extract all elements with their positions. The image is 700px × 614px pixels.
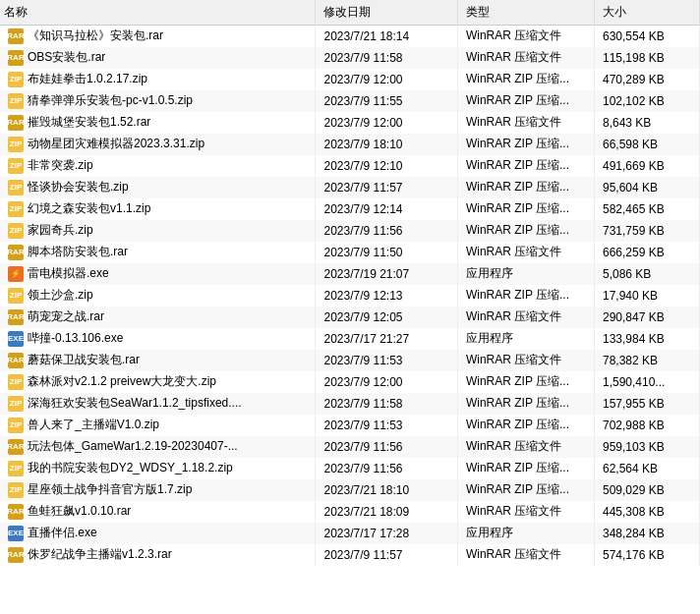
- table-row[interactable]: EXE 哔撞-0.13.106.exe 2023/7/17 21:27应用程序1…: [0, 328, 700, 350]
- file-name: 布娃娃拳击1.0.2.17.zip: [28, 71, 147, 87]
- table-row[interactable]: ZIP 星座领土战争抖音官方版1.7.zip 2023/7/21 18:10Wi…: [0, 479, 700, 501]
- table-row[interactable]: ZIP 我的书院安装包DY2_WDSY_1.18.2.zip 2023/7/9 …: [0, 458, 700, 479]
- file-size-cell: 574,176 KB: [594, 544, 699, 566]
- file-type-cell: WinRAR ZIP 压缩...: [457, 371, 594, 393]
- file-type-icon: RAR: [8, 115, 24, 131]
- file-size-cell: 290,847 KB: [594, 307, 699, 328]
- file-type-cell: 应用程序: [457, 523, 594, 544]
- table-row[interactable]: ZIP 动物星团灾难模拟器2023.3.31.zip 2023/7/9 18:1…: [0, 134, 700, 155]
- file-size-cell: 78,382 KB: [594, 350, 699, 371]
- table-row[interactable]: RAR 侏罗纪战争主播端v1.2.3.rar 2023/7/9 11:57Win…: [0, 544, 700, 566]
- table-row[interactable]: ZIP 领土沙盒.zip 2023/7/9 12:13WinRAR ZIP 压缩…: [0, 285, 700, 307]
- table-row[interactable]: ZIP 怪谈协会安装包.zip 2023/7/9 11:57WinRAR ZIP…: [0, 177, 700, 198]
- header-type[interactable]: 类型: [457, 0, 594, 26]
- file-size-cell: 630,554 KB: [594, 26, 699, 47]
- file-name: 雷电模拟器.exe: [28, 265, 109, 282]
- table-row[interactable]: RAR OBS安装包.rar 2023/7/9 11:58WinRAR 压缩文件…: [0, 47, 700, 69]
- file-type-cell: WinRAR ZIP 压缩...: [457, 393, 594, 415]
- file-type-cell: WinRAR 压缩文件: [457, 26, 594, 47]
- file-size-cell: 702,988 KB: [594, 415, 699, 436]
- file-name-cell: ZIP 幻境之森安装包v1.1.zip: [0, 198, 316, 220]
- file-size-cell: 731,759 KB: [594, 220, 699, 242]
- file-name-cell: ZIP 深海狂欢安装包SeaWar1.1.2_tipsfixed....: [0, 393, 316, 415]
- file-type-icon: ZIP: [8, 201, 24, 217]
- table-row[interactable]: RAR 脚本塔防安装包.rar 2023/7/9 11:50WinRAR 压缩文…: [0, 242, 700, 263]
- file-date-cell: 2023/7/9 11:58: [316, 393, 457, 415]
- file-date-cell: 2023/7/9 12:00: [316, 112, 457, 134]
- header-date[interactable]: 修改日期: [316, 0, 457, 26]
- file-size-cell: 582,465 KB: [594, 198, 699, 220]
- file-type-icon: RAR: [8, 50, 24, 66]
- file-size-cell: 470,289 KB: [594, 69, 699, 90]
- file-size-cell: 62,564 KB: [594, 458, 699, 479]
- file-name-cell: ZIP 星座领土战争抖音官方版1.7.zip: [0, 479, 316, 501]
- file-name-cell: ZIP 兽人来了_主播端V1.0.zip: [0, 415, 316, 436]
- file-list-scroll[interactable]: 名称 修改日期 类型 大小 RAR 《知识马拉松》安装包.rar 2023/7/…: [0, 0, 700, 614]
- file-name: 玩法包体_GameWar1.2.19-20230407-...: [28, 438, 238, 455]
- table-row[interactable]: ZIP 森林派对v2.1.2 preivew大龙变大.zip 2023/7/9 …: [0, 371, 700, 393]
- table-row[interactable]: ZIP 非常突袭.zip 2023/7/9 12:10WinRAR ZIP 压缩…: [0, 155, 700, 177]
- file-name: 直播伴侣.exe: [28, 525, 97, 541]
- table-row[interactable]: ZIP 布娃娃拳击1.0.2.17.zip 2023/7/9 12:00WinR…: [0, 69, 700, 90]
- file-name-cell: ZIP 森林派对v2.1.2 preivew大龙变大.zip: [0, 371, 316, 393]
- file-size-cell: 5,086 KB: [594, 263, 699, 285]
- file-name-cell: ZIP 猜拳弹弹乐安装包-pc-v1.0.5.zip: [0, 90, 316, 112]
- file-type-icon: RAR: [8, 245, 24, 260]
- file-date-cell: 2023/7/9 11:56: [316, 436, 457, 458]
- table-row[interactable]: RAR 摧毁城堡安装包1.52.rar 2023/7/9 12:00WinRAR…: [0, 112, 700, 134]
- table-row[interactable]: RAR 蘑菇保卫战安装包.rar 2023/7/9 11:53WinRAR 压缩…: [0, 350, 700, 371]
- file-type-icon: RAR: [8, 28, 24, 44]
- file-size-cell: 95,604 KB: [594, 177, 699, 198]
- file-size-cell: 17,940 KB: [594, 285, 699, 307]
- file-type-icon: ZIP: [8, 93, 24, 109]
- file-type-cell: WinRAR ZIP 压缩...: [457, 155, 594, 177]
- file-type-cell: WinRAR ZIP 压缩...: [457, 90, 594, 112]
- file-date-cell: 2023/7/9 18:10: [316, 134, 457, 155]
- header-name[interactable]: 名称: [0, 0, 316, 26]
- file-name: 侏罗纪战争主播端v1.2.3.rar: [28, 546, 172, 563]
- file-type-icon: ZIP: [8, 158, 24, 174]
- file-name-cell: ZIP 怪谈协会安装包.zip: [0, 177, 316, 198]
- file-type-cell: WinRAR ZIP 压缩...: [457, 69, 594, 90]
- file-name-cell: ZIP 我的书院安装包DY2_WDSY_1.18.2.zip: [0, 458, 316, 479]
- file-type-cell: WinRAR ZIP 压缩...: [457, 134, 594, 155]
- file-name: 兽人来了_主播端V1.0.zip: [28, 417, 159, 433]
- file-name: 蘑菇保卫战安装包.rar: [28, 352, 140, 368]
- file-date-cell: 2023/7/9 12:13: [316, 285, 457, 307]
- file-name: 萌宠宠之战.rar: [28, 308, 104, 325]
- file-name-cell: RAR 脚本塔防安装包.rar: [0, 242, 316, 263]
- file-name: 猜拳弹弹乐安装包-pc-v1.0.5.zip: [28, 92, 193, 109]
- file-size-cell: 102,102 KB: [594, 90, 699, 112]
- file-type-icon: RAR: [8, 353, 24, 368]
- header-size[interactable]: 大小: [594, 0, 699, 26]
- table-row[interactable]: RAR 《知识马拉松》安装包.rar 2023/7/21 18:14WinRAR…: [0, 26, 700, 47]
- table-row[interactable]: ZIP 兽人来了_主播端V1.0.zip 2023/7/9 11:53WinRA…: [0, 415, 700, 436]
- file-type-icon: RAR: [8, 504, 24, 520]
- file-type-cell: WinRAR ZIP 压缩...: [457, 177, 594, 198]
- file-name-cell: RAR OBS安装包.rar: [0, 47, 316, 69]
- table-row[interactable]: RAR 玩法包体_GameWar1.2.19-20230407-... 2023…: [0, 436, 700, 458]
- table-row[interactable]: ZIP 猜拳弹弹乐安装包-pc-v1.0.5.zip 2023/7/9 11:5…: [0, 90, 700, 112]
- file-size-cell: 1,590,410...: [594, 371, 699, 393]
- file-type-cell: WinRAR ZIP 压缩...: [457, 220, 594, 242]
- table-row[interactable]: ⚡ 雷电模拟器.exe 2023/7/19 21:07应用程序5,086 KB: [0, 263, 700, 285]
- table-row[interactable]: ZIP 家园奇兵.zip 2023/7/9 11:56WinRAR ZIP 压缩…: [0, 220, 700, 242]
- file-date-cell: 2023/7/9 12:14: [316, 198, 457, 220]
- table-row[interactable]: ZIP 幻境之森安装包v1.1.zip 2023/7/9 12:14WinRAR…: [0, 198, 700, 220]
- file-type-cell: 应用程序: [457, 328, 594, 350]
- file-name: 鱼蛙狂飙v1.0.10.rar: [28, 503, 131, 520]
- file-table: 名称 修改日期 类型 大小 RAR 《知识马拉松》安装包.rar 2023/7/…: [0, 0, 700, 566]
- file-type-cell: WinRAR 压缩文件: [457, 307, 594, 328]
- file-type-cell: WinRAR 压缩文件: [457, 112, 594, 134]
- file-date-cell: 2023/7/17 21:27: [316, 328, 457, 350]
- table-row[interactable]: EXE 直播伴侣.exe 2023/7/17 17:28应用程序348,284 …: [0, 523, 700, 544]
- file-name: 深海狂欢安装包SeaWar1.1.2_tipsfixed....: [28, 395, 242, 412]
- file-date-cell: 2023/7/9 12:05: [316, 307, 457, 328]
- table-row[interactable]: RAR 鱼蛙狂飙v1.0.10.rar 2023/7/21 18:09WinRA…: [0, 501, 700, 523]
- file-type-icon: ZIP: [8, 461, 24, 476]
- table-row[interactable]: RAR 萌宠宠之战.rar 2023/7/9 12:05WinRAR 压缩文件2…: [0, 307, 700, 328]
- table-row[interactable]: ZIP 深海狂欢安装包SeaWar1.1.2_tipsfixed.... 202…: [0, 393, 700, 415]
- file-name: 我的书院安装包DY2_WDSY_1.18.2.zip: [28, 460, 233, 476]
- file-type-cell: WinRAR ZIP 压缩...: [457, 479, 594, 501]
- file-date-cell: 2023/7/9 11:58: [316, 47, 457, 69]
